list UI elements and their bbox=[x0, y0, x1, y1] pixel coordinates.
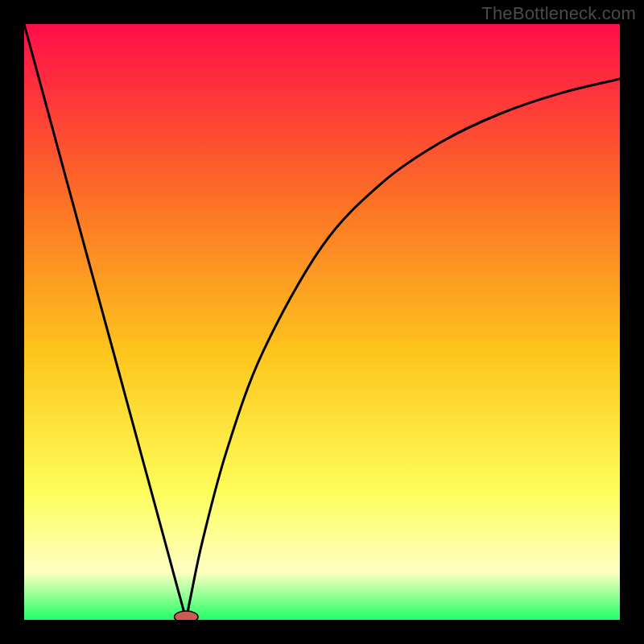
chart-plot-area bbox=[24, 24, 620, 620]
gradient-background bbox=[24, 24, 620, 620]
chart-svg bbox=[24, 24, 620, 620]
minimum-marker bbox=[174, 611, 198, 620]
chart-frame: TheBottleneck.com bbox=[0, 0, 644, 644]
watermark-text: TheBottleneck.com bbox=[481, 3, 636, 24]
